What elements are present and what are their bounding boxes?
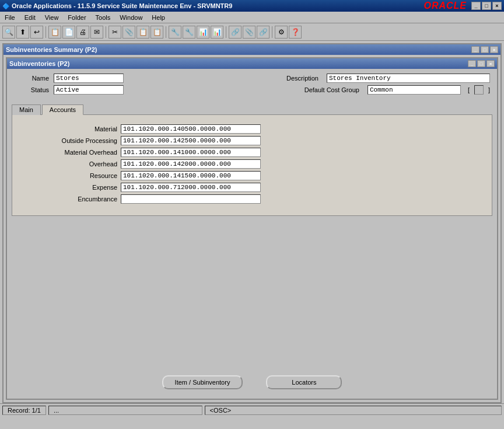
item-subinventory-button[interactable]: Item / Subinventory: [162, 375, 243, 389]
toolbar-btn-17[interactable]: 📎: [243, 26, 256, 39]
cost-group-bracket: [: [468, 86, 470, 93]
inner-maximize-btn[interactable]: □: [477, 60, 485, 67]
window-area: Subinventories Summary (P2) _ □ × Subinv…: [0, 41, 504, 416]
inner-window-title-bar: Subinventories (P2) _ □ ×: [7, 58, 497, 69]
status-osc: <OSC>: [205, 406, 502, 415]
toolbar-btn-6[interactable]: 🖨: [76, 26, 89, 39]
overhead-input[interactable]: [121, 159, 261, 169]
toolbar-btn-11[interactable]: 📋: [150, 26, 163, 39]
material-input[interactable]: [121, 124, 261, 134]
status-record: Record: 1/1: [2, 406, 46, 415]
status-bar: Record: 1/1 ... <OSC>: [0, 403, 504, 416]
toolbar-btn-2[interactable]: ⬆: [16, 26, 29, 39]
menu-window[interactable]: Window: [117, 13, 145, 22]
encumbrance-label: Encumbrance: [24, 196, 117, 203]
menu-tools[interactable]: Tools: [93, 13, 113, 22]
outside-processing-row: Outside Processing: [24, 136, 480, 145]
status-label: Status: [14, 86, 49, 93]
summary-maximize-btn[interactable]: □: [481, 46, 489, 53]
material-overhead-row: Material Overhead: [24, 148, 480, 157]
summary-title-text: Subinventories Summary (P2): [6, 46, 97, 53]
default-cost-group-label: Default Cost Group: [289, 86, 359, 93]
tabs-container: Main Accounts: [7, 102, 497, 114]
toolbar-btn-16[interactable]: 🔗: [229, 26, 242, 39]
encumbrance-row: Encumbrance: [24, 194, 480, 204]
toolbar-btn-12[interactable]: 🔧: [169, 26, 181, 39]
maximize-button[interactable]: □: [482, 2, 491, 10]
resource-label: Resource: [24, 172, 117, 179]
resource-row: Resource: [24, 171, 480, 180]
bottom-buttons: Item / Subinventory Locators: [7, 371, 497, 394]
expense-row: Expense: [24, 183, 480, 192]
overhead-row: Overhead: [24, 159, 480, 169]
menu-file[interactable]: File: [2, 13, 18, 22]
toolbar-btn-5[interactable]: 📄: [62, 26, 75, 39]
status-costgroup-row: Status Default Cost Group [ ]: [14, 85, 490, 95]
summary-minimize-btn[interactable]: _: [471, 46, 480, 53]
tab-content: Material Outside Processing Material Ove…: [12, 114, 492, 216]
title-bar-text: Oracle Applications - 11.5.9 Service Sui…: [12, 2, 232, 9]
summary-close-btn[interactable]: ×: [490, 46, 498, 53]
toolbar-btn-18[interactable]: 🔗: [257, 26, 270, 39]
toolbar-btn-9[interactable]: 📎: [123, 26, 135, 39]
description-label: Description: [266, 75, 318, 82]
toolbar-btn-19[interactable]: ⚙: [275, 26, 288, 39]
locators-button[interactable]: Locators: [266, 375, 342, 389]
tab-accounts[interactable]: Accounts: [42, 104, 83, 115]
toolbar-btn-20[interactable]: ❓: [289, 26, 302, 39]
minimize-button[interactable]: _: [471, 2, 481, 10]
material-row: Material: [24, 124, 480, 134]
toolbar-btn-4[interactable]: 📋: [48, 26, 61, 39]
menu-view[interactable]: View: [43, 13, 61, 22]
subinventories-window: Subinventories (P2) _ □ × Name Descripti…: [6, 57, 498, 400]
outside-processing-label: Outside Processing: [24, 137, 117, 144]
toolbar-btn-14[interactable]: 📊: [197, 26, 209, 39]
material-label: Material: [24, 125, 117, 132]
toolbar-btn-13[interactable]: 🔧: [183, 26, 195, 39]
toolbar-btn-3[interactable]: ↩: [30, 26, 43, 39]
form-area: Name Description Status Default Cost Gro…: [7, 69, 497, 102]
name-description-row: Name Description: [14, 74, 490, 83]
inner-title-text: Subinventories (P2): [9, 60, 69, 67]
toolbar-btn-7[interactable]: ✉: [90, 26, 103, 39]
menu-folder[interactable]: Folder: [65, 13, 88, 22]
menu-bar: File Edit View Folder Tools Window Help: [0, 12, 504, 23]
cost-group-bracket-close: ]: [488, 86, 490, 93]
resource-input[interactable]: [121, 171, 261, 180]
expense-input[interactable]: [121, 183, 261, 192]
outside-processing-input[interactable]: [121, 136, 261, 145]
toolbar: 🔍 ⬆ ↩ 📋 📄 🖨 ✉ ✂ 📎 📋 📋 🔧 🔧 📊 📊 🔗 📎 🔗 ⚙ ❓: [0, 23, 504, 41]
toolbar-btn-10[interactable]: 📋: [136, 26, 149, 39]
overhead-label: Overhead: [24, 161, 117, 168]
expense-label: Expense: [24, 184, 117, 191]
menu-edit[interactable]: Edit: [22, 13, 38, 22]
status-input[interactable]: [54, 85, 124, 95]
toolbar-btn-8[interactable]: ✂: [108, 26, 121, 39]
inner-close-btn[interactable]: ×: [487, 60, 495, 67]
name-label: Name: [14, 75, 49, 82]
subinventories-summary-window: Subinventories Summary (P2) _ □ × Subinv…: [2, 43, 502, 403]
app-icon: 🔷: [2, 3, 9, 9]
toolbar-btn-1[interactable]: 🔍: [2, 26, 15, 39]
inner-minimize-btn[interactable]: _: [468, 60, 476, 67]
encumbrance-input[interactable]: [121, 194, 261, 204]
material-overhead-label: Material Overhead: [24, 149, 117, 156]
name-input[interactable]: [54, 74, 124, 83]
tab-main[interactable]: Main: [12, 104, 41, 115]
close-button[interactable]: ×: [492, 2, 502, 10]
summary-window-title-bar: Subinventories Summary (P2) _ □ ×: [4, 44, 501, 55]
cost-group-checkbox[interactable]: [474, 85, 484, 95]
toolbar-btn-15[interactable]: 📊: [211, 26, 223, 39]
material-overhead-input[interactable]: [121, 148, 261, 157]
oracle-logo: ORACLE: [424, 1, 467, 11]
title-bar: 🔷 Oracle Applications - 11.5.9 Service S…: [0, 0, 504, 12]
description-input[interactable]: [327, 74, 490, 83]
menu-help[interactable]: Help: [149, 13, 167, 22]
status-middle: ...: [48, 406, 202, 415]
default-cost-group-input[interactable]: [368, 85, 461, 95]
